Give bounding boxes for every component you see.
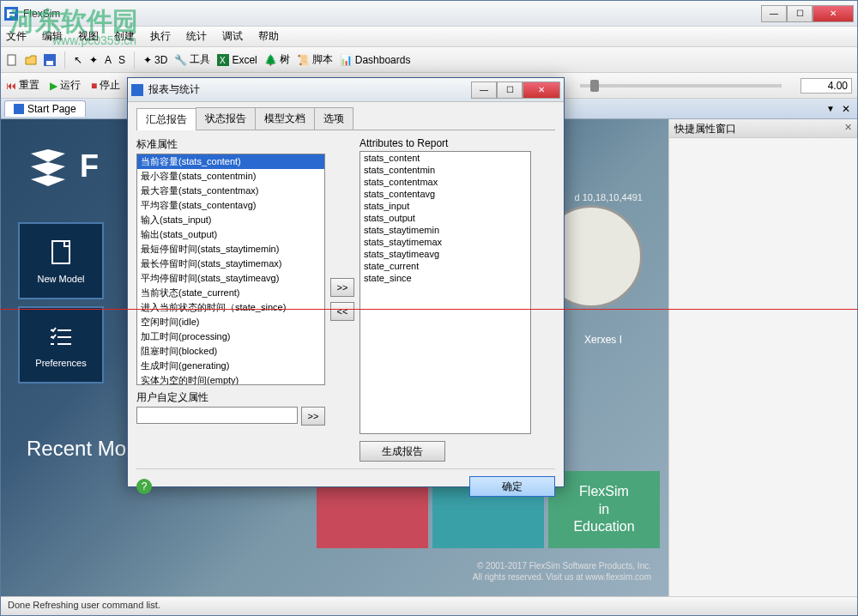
dialog-maximize-button[interactable]: ☐ bbox=[497, 82, 523, 99]
open-file-icon[interactable] bbox=[25, 54, 37, 66]
list-item[interactable]: stats_contentmin bbox=[360, 164, 530, 176]
new-model-button[interactable]: New Model bbox=[18, 222, 104, 299]
menu-file[interactable]: 文件 bbox=[6, 29, 27, 44]
preferences-icon bbox=[45, 322, 76, 353]
standard-attrs-listbox[interactable]: 当前容量(stats_content)最小容量(stats_contentmin… bbox=[136, 154, 325, 385]
move-left-button[interactable]: << bbox=[330, 302, 354, 321]
list-item[interactable]: stats_contentavg bbox=[360, 188, 530, 200]
list-item[interactable]: 实体为空的时间(empty) bbox=[137, 373, 324, 385]
list-item[interactable]: 空闲时间(idle) bbox=[137, 315, 324, 329]
list-item[interactable]: 最短停留时间(stats_staytimemin) bbox=[137, 242, 324, 257]
stop-button[interactable]: ■ 停止 bbox=[91, 78, 120, 93]
menu-help[interactable]: 帮助 bbox=[258, 29, 279, 44]
list-item[interactable]: stats_content bbox=[360, 152, 530, 164]
dialog-close-button[interactable]: ✕ bbox=[523, 82, 560, 99]
reset-button[interactable]: ⏮ 重置 bbox=[6, 78, 39, 93]
svg-rect-8 bbox=[131, 84, 143, 96]
tab-state-report[interactable]: 状态报告 bbox=[196, 107, 256, 130]
create-tool-icon[interactable]: ✦ bbox=[89, 54, 98, 66]
dialog-title: 报表与统计 bbox=[148, 82, 471, 97]
panel-title: 快捷属性窗口 bbox=[674, 122, 736, 135]
list-item[interactable]: stats_contentmax bbox=[360, 176, 530, 188]
excel-button[interactable]: X Excel bbox=[217, 54, 257, 66]
app-logo-icon bbox=[4, 7, 18, 21]
tab-dropdown-icon[interactable]: ▼ bbox=[823, 104, 838, 113]
maximize-button[interactable]: ☐ bbox=[787, 5, 813, 22]
tile-education[interactable]: FlexSim in Education bbox=[548, 471, 660, 548]
3d-view-button[interactable]: ✦ 3D bbox=[143, 54, 167, 66]
svg-rect-6 bbox=[14, 104, 24, 114]
dialog-minimize-button[interactable]: — bbox=[471, 82, 497, 99]
move-right-button[interactable]: >> bbox=[330, 278, 354, 297]
dialog-icon bbox=[131, 84, 143, 96]
tab-model-doc[interactable]: 模型文档 bbox=[255, 107, 315, 130]
script-button[interactable]: 📜 脚本 bbox=[297, 52, 333, 67]
connect-s-icon[interactable]: S bbox=[118, 54, 125, 66]
list-item[interactable]: 生成时间(generating) bbox=[137, 359, 324, 373]
list-item[interactable]: 最小容量(stats_contentmin) bbox=[137, 169, 324, 184]
arrow-tool-icon[interactable]: ↖ bbox=[74, 54, 82, 66]
list-item[interactable]: 加工时间(processing) bbox=[137, 329, 324, 344]
list-item[interactable]: stats_staytimemin bbox=[360, 224, 530, 236]
close-button[interactable]: ✕ bbox=[813, 5, 854, 22]
menu-debug[interactable]: 调试 bbox=[222, 29, 243, 44]
list-item[interactable]: stats_staytimeavg bbox=[360, 248, 530, 260]
build-number: d 10,18,10,4491 bbox=[574, 192, 643, 202]
list-item[interactable]: 当前状态(state_current) bbox=[137, 286, 324, 300]
list-item[interactable]: 平均停留时间(stats_staytimeavg) bbox=[137, 271, 324, 286]
menu-stats[interactable]: 统计 bbox=[186, 29, 207, 44]
list-item[interactable]: 输入(stats_input) bbox=[137, 213, 324, 227]
connect-a-icon[interactable]: A bbox=[105, 54, 112, 66]
list-item[interactable]: stats_output bbox=[360, 212, 530, 224]
list-item[interactable]: 进入当前状态的时间（state_since) bbox=[137, 300, 324, 315]
list-item[interactable]: 最长停留时间(stats_staytimemax) bbox=[137, 257, 324, 271]
main-toolbar: ↖ ✦ A S ✦ 3D 🔧 工具 X Excel 🌲 树 📜 脚本 📊 Das… bbox=[1, 47, 857, 73]
new-file-icon[interactable] bbox=[6, 54, 18, 66]
status-bar: Done Refreshing user command list. bbox=[1, 596, 857, 615]
tools-button[interactable]: 🔧 工具 bbox=[174, 52, 210, 67]
help-icon[interactable]: ? bbox=[136, 479, 152, 494]
save-file-icon[interactable] bbox=[44, 54, 56, 66]
window-title: FlexSim bbox=[23, 8, 761, 20]
attrs-to-report-label: Attributes to Report bbox=[360, 137, 531, 149]
minimize-button[interactable]: — bbox=[761, 5, 787, 22]
list-item[interactable]: state_current bbox=[360, 260, 530, 272]
ok-button[interactable]: 确定 bbox=[469, 476, 555, 497]
menu-execute[interactable]: 执行 bbox=[150, 29, 171, 44]
svg-rect-7 bbox=[52, 241, 69, 263]
dialog-titlebar[interactable]: 报表与统计 — ☐ ✕ bbox=[128, 78, 564, 102]
coin-label: Xerxes I bbox=[584, 334, 622, 346]
tab-options[interactable]: 选项 bbox=[314, 107, 353, 130]
reports-dialog: 报表与统计 — ☐ ✕ 汇总报告 状态报告 模型文档 选项 标准属性 当前容量(… bbox=[127, 77, 565, 487]
run-button[interactable]: ▶ 运行 bbox=[50, 78, 81, 93]
titlebar[interactable]: FlexSim — ☐ ✕ bbox=[1, 1, 857, 27]
add-user-attr-button[interactable]: >> bbox=[301, 407, 325, 426]
list-item[interactable]: stats_input bbox=[360, 200, 530, 212]
list-item[interactable]: state_since bbox=[360, 272, 530, 284]
tree-button[interactable]: 🌲 树 bbox=[264, 52, 290, 67]
app-icon bbox=[14, 104, 24, 114]
list-item[interactable]: stats_staytimemax bbox=[360, 236, 530, 248]
svg-rect-1 bbox=[8, 55, 15, 65]
list-item[interactable]: 平均容量(stats_contentavg) bbox=[137, 198, 324, 213]
panel-close-icon[interactable]: ✕ bbox=[844, 122, 852, 135]
list-item[interactable]: 最大容量(stats_contentmax) bbox=[137, 184, 324, 198]
preferences-button[interactable]: Preferences bbox=[18, 306, 104, 383]
user-attr-input[interactable] bbox=[136, 407, 298, 424]
flexsim-logo: F bbox=[27, 145, 99, 188]
speed-slider[interactable] bbox=[580, 84, 782, 88]
footer-copyright: © 2001-2017 FlexSim Software Products, I… bbox=[473, 560, 651, 583]
tab-start-page[interactable]: Start Page bbox=[4, 100, 86, 117]
standard-attrs-label: 标准属性 bbox=[136, 137, 325, 152]
list-item[interactable]: 输出(stats_output) bbox=[137, 227, 324, 242]
list-item[interactable]: 当前容量(stats_content) bbox=[137, 154, 324, 169]
attrs-to-report-listbox[interactable]: stats_contentstats_contentminstats_conte… bbox=[360, 151, 531, 434]
tab-label: Start Page bbox=[27, 103, 76, 115]
dashboards-button[interactable]: 📊 Dashboards bbox=[340, 54, 411, 66]
generate-report-button[interactable]: 生成报告 bbox=[360, 441, 445, 462]
tab-summary-report[interactable]: 汇总报告 bbox=[136, 108, 196, 130]
tab-close-icon[interactable]: ✕ bbox=[838, 103, 854, 115]
user-attr-label: 用户自定义属性 bbox=[136, 390, 325, 405]
speed-value[interactable]: 4.00 bbox=[801, 78, 852, 94]
list-item[interactable]: 阻塞时间(blocked) bbox=[137, 344, 324, 359]
